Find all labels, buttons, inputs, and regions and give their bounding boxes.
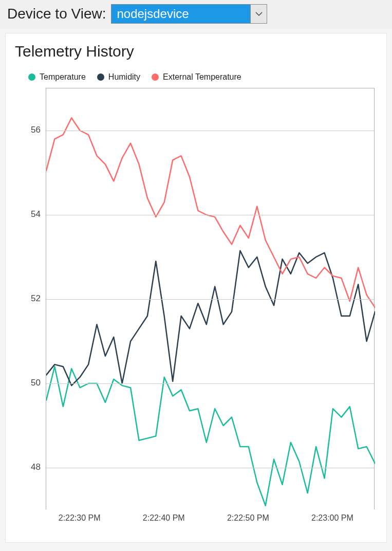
y-tick-label: 50 bbox=[31, 378, 41, 388]
device-dropdown-selected: nodejsdevice bbox=[111, 5, 250, 23]
series-line bbox=[46, 251, 375, 385]
telemetry-panel: Telemetry History Temperature Humidity E… bbox=[5, 33, 387, 543]
legend-swatch bbox=[28, 74, 35, 81]
y-tick-label: 48 bbox=[31, 462, 41, 472]
chart-plot-area bbox=[46, 88, 375, 509]
legend-label: Temperature bbox=[40, 72, 86, 82]
legend-label: Humidity bbox=[108, 72, 140, 82]
gridline bbox=[46, 215, 374, 215]
telemetry-chart: 4850525456 2:22:30 PM2:22:40 PM2:22:50 P… bbox=[15, 88, 377, 527]
gridline bbox=[46, 299, 374, 300]
legend-label: External Temperature bbox=[163, 72, 241, 82]
legend-swatch bbox=[97, 74, 104, 81]
device-selector-bar: Device to View: nodejsdevice bbox=[0, 0, 392, 29]
x-tick-label: 2:23:00 PM bbox=[311, 513, 353, 523]
gridline bbox=[46, 383, 374, 384]
series-line bbox=[46, 366, 375, 506]
gridline bbox=[46, 468, 374, 468]
legend-item-temperature: Temperature bbox=[28, 72, 86, 82]
legend-swatch bbox=[152, 74, 159, 81]
gridline bbox=[46, 131, 374, 131]
y-tick-label: 54 bbox=[31, 209, 41, 219]
y-tick-label: 52 bbox=[31, 293, 41, 304]
legend-item-external-temperature: External Temperature bbox=[152, 72, 241, 82]
y-tick-label: 56 bbox=[31, 125, 41, 135]
x-axis-labels: 2:22:30 PM2:22:40 PM2:22:50 PM2:23:00 PM bbox=[46, 509, 375, 527]
panel-title: Telemetry History bbox=[15, 43, 377, 60]
y-axis-labels: 4850525456 bbox=[15, 88, 46, 509]
x-tick-label: 2:22:40 PM bbox=[143, 513, 185, 523]
device-selector-label: Device to View: bbox=[7, 6, 106, 22]
chart-legend: Temperature Humidity External Temperatur… bbox=[15, 70, 377, 88]
device-dropdown[interactable]: nodejsdevice bbox=[111, 4, 267, 24]
x-tick-label: 2:22:50 PM bbox=[227, 513, 269, 523]
legend-item-humidity: Humidity bbox=[97, 72, 140, 82]
chevron-down-icon[interactable] bbox=[250, 5, 267, 23]
series-line bbox=[46, 118, 375, 307]
x-tick-label: 2:22:30 PM bbox=[59, 513, 101, 523]
